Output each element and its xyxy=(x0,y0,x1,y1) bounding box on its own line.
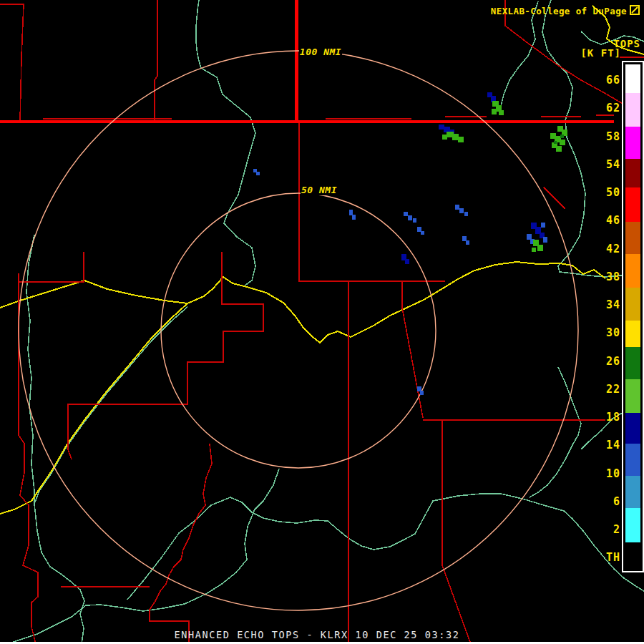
echo-pixel xyxy=(466,240,469,245)
legend-color-swatch xyxy=(625,347,640,379)
color-scale-segments xyxy=(625,64,640,542)
echo-pixel xyxy=(458,137,464,142)
echo-pixel xyxy=(499,110,504,115)
legend-color-swatch xyxy=(625,93,640,127)
legend-tick-label: 30 xyxy=(606,326,620,339)
echo-pixel xyxy=(560,135,564,138)
legend-tick-label: 62 xyxy=(606,102,620,114)
legend-units: [K FT] xyxy=(580,47,621,59)
legend-tick-label: 18 xyxy=(606,411,620,424)
echo-pixel xyxy=(421,231,424,235)
legend-color-swatch xyxy=(625,444,640,476)
product-caption: ENHANCED ECHO TOPS - KLRX 10 DEC 25 03:3… xyxy=(175,629,460,640)
echo-pixel xyxy=(556,146,562,152)
echo-pixel xyxy=(527,234,532,240)
legend-tick-label: 10 xyxy=(606,467,620,480)
echo-pixel xyxy=(452,134,459,140)
legend-color-swatch xyxy=(625,159,640,187)
legend-tick-label: 6 xyxy=(613,495,620,508)
echo-pixel xyxy=(532,248,536,252)
echo-pixel xyxy=(459,208,464,213)
echo-pixel xyxy=(417,386,421,391)
brand-text: NEXLAB-College of DuPage xyxy=(491,6,627,16)
legend-color-swatch xyxy=(625,476,640,508)
legend-threshold-label: TH xyxy=(606,551,620,564)
legend-color-swatch xyxy=(625,508,640,542)
range-ring-50nmi-label: 50 NMI xyxy=(301,185,337,195)
echo-pixel xyxy=(537,245,543,251)
echo-pixel xyxy=(349,210,353,215)
echo-pixel xyxy=(462,236,467,241)
legend-color-swatch xyxy=(625,64,640,93)
legend-tick-label: 46 xyxy=(606,214,620,227)
legend-tick-label: 54 xyxy=(606,158,620,171)
echo-pixel xyxy=(256,172,260,175)
echo-pixel xyxy=(554,141,557,144)
legend-tick-label: 2 xyxy=(613,523,620,536)
legend-tick-label: 14 xyxy=(606,439,620,452)
legend-tick-label: 58 xyxy=(606,130,620,143)
legend-color-swatch xyxy=(625,288,640,321)
echo-pixel xyxy=(541,223,545,228)
echo-pixel xyxy=(543,237,547,243)
legend-tick-label: 38 xyxy=(606,270,620,283)
legend-tick-label: 50 xyxy=(606,186,620,199)
echo-pixel xyxy=(492,109,497,114)
legend-color-swatch xyxy=(625,187,640,222)
echo-pixel xyxy=(439,125,444,130)
radar-map: 100 NMI 50 NMI NEXLAB-College of DuPage … xyxy=(0,0,644,644)
echo-pixel xyxy=(464,212,468,216)
echo-pixel xyxy=(417,227,421,232)
legend-color-swatch xyxy=(625,254,640,288)
legend-color-swatch xyxy=(625,222,640,254)
echo-pixel xyxy=(455,205,459,210)
echo-pixel xyxy=(420,391,424,395)
echo-pixel xyxy=(405,259,409,264)
echo-pixel xyxy=(413,218,416,223)
echo-pixel xyxy=(442,135,447,140)
echo-pixel xyxy=(352,215,356,220)
legend-tick-label: 42 xyxy=(606,243,620,255)
range-ring-100nmi-label: 100 NMI xyxy=(300,47,341,57)
radar-viewport: 100 NMI 50 NMI NEXLAB-College of DuPage … xyxy=(0,0,644,644)
legend-tick-label: 34 xyxy=(606,298,620,311)
legend-color-swatch xyxy=(625,379,640,413)
echo-pixel xyxy=(404,212,408,216)
legend-tick-label: 22 xyxy=(606,383,620,396)
legend-color-swatch xyxy=(625,321,640,347)
echo-pixel xyxy=(560,140,565,145)
echo-pixel xyxy=(444,127,450,132)
map-background xyxy=(0,0,644,644)
echo-pixel xyxy=(408,215,412,220)
legend-tick-label: 26 xyxy=(606,355,620,368)
legend-color-swatch xyxy=(625,127,640,159)
legend-color-swatch xyxy=(625,413,640,444)
legend-tick-label: 66 xyxy=(606,74,620,87)
